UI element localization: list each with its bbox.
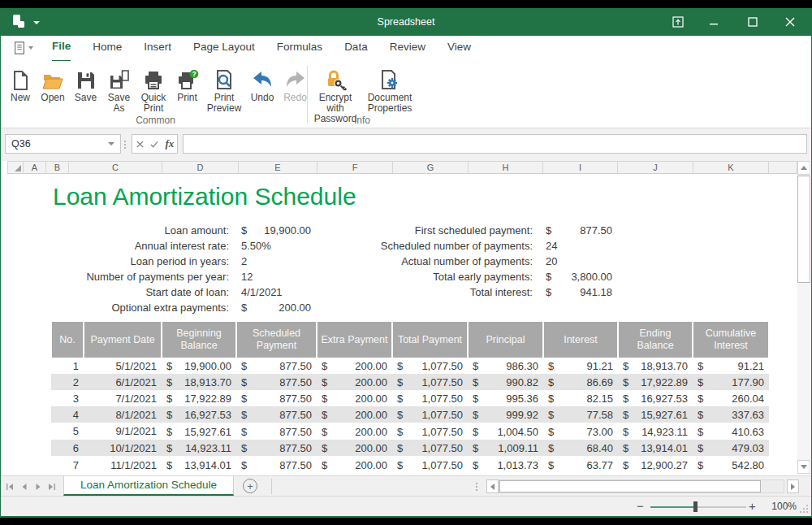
cell-ending-balance[interactable]: $16,927.53 (618, 390, 693, 406)
cell-interest[interactable]: $77.58 (543, 406, 618, 423)
info-value-left-5[interactable]: $200.00 (239, 300, 311, 315)
hscroll-left-button[interactable] (486, 479, 499, 493)
cell-total-payment[interactable]: $1,077.50 (392, 358, 468, 374)
tab-file[interactable]: File (52, 35, 71, 63)
info-label-left-3[interactable]: Number of payments per year: (25, 269, 229, 284)
cell-ending-balance[interactable]: $14,923.11 (618, 423, 693, 440)
column-header-d[interactable]: D (162, 161, 239, 174)
insert-function-button[interactable]: fx (162, 135, 177, 153)
cell-beginning-balance[interactable]: $16,927.53 (162, 406, 236, 423)
zoom-slider-thumb[interactable] (693, 501, 698, 512)
horizontal-scrollbar[interactable] (499, 479, 784, 493)
cell-no[interactable]: 6 (51, 440, 84, 456)
zoom-slider-track[interactable] (650, 506, 746, 508)
next-sheet-button[interactable] (31, 476, 45, 497)
info-label-right-2[interactable]: Actual number of payments: (358, 254, 533, 269)
cell-extra-payment[interactable]: $200.00 (317, 456, 392, 474)
cell-no[interactable]: 1 (51, 358, 84, 374)
cell-interest[interactable]: $82.15 (543, 390, 618, 406)
cell-payment-date[interactable]: 11/1/2021 (84, 456, 162, 474)
cell-principal[interactable]: $995.36 (468, 390, 543, 406)
column-header-k[interactable]: K (693, 161, 769, 174)
table-header-scheduled-payment[interactable]: Scheduled Payment (237, 322, 316, 358)
cell-interest[interactable]: $68.40 (543, 440, 618, 456)
cell-no[interactable]: 7 (51, 456, 84, 474)
cell-payment-date[interactable]: 7/1/2021 (84, 390, 162, 406)
horizontal-scroll-thumb[interactable] (499, 480, 761, 492)
add-sheet-button[interactable]: + (243, 479, 257, 493)
info-label-left-5[interactable]: Optional extra payments: (25, 300, 229, 315)
info-value-left-4[interactable]: 4/1/2021 (239, 284, 311, 300)
table-header-ending-balance[interactable]: Ending Balance (619, 322, 692, 358)
cell-ending-balance[interactable]: $13,914.01 (618, 440, 693, 456)
new-button[interactable]: New (4, 64, 37, 114)
cell-interest[interactable]: $73.00 (543, 423, 618, 440)
info-value-right-3[interactable]: $3,800.00 (543, 269, 612, 284)
cell-scheduled-payment[interactable]: $877.50 (236, 456, 317, 474)
maximize-button[interactable] (736, 8, 769, 36)
cell-interest[interactable]: $86.69 (543, 374, 618, 390)
cell-cumulative-interest[interactable]: $410.63 (693, 423, 769, 440)
table-header-total-payment[interactable]: Total Payment (393, 322, 467, 358)
sheet-tab-loan-amortization-schedule[interactable]: Loan Amortization Schedule (63, 476, 234, 496)
undo-button[interactable]: Undo (245, 64, 279, 114)
cell-total-payment[interactable]: $1,077.50 (392, 390, 468, 406)
name-box[interactable]: Q36 (5, 134, 121, 154)
column-header-j[interactable]: J (618, 161, 693, 174)
scroll-down-button[interactable] (797, 460, 810, 474)
cell-no[interactable]: 5 (51, 423, 84, 440)
quick-print-button[interactable]: Quick Print (136, 64, 171, 114)
cancel-entry-button[interactable] (132, 135, 147, 153)
save-as-button[interactable]: Save As (102, 64, 136, 114)
cell-scheduled-payment[interactable]: $877.50 (236, 423, 317, 440)
cell-total-payment[interactable]: $1,077.50 (392, 374, 468, 390)
select-all-corner[interactable] (7, 161, 24, 174)
info-value-right-4[interactable]: $941.18 (543, 284, 612, 300)
cell-extra-payment[interactable]: $200.00 (317, 423, 392, 440)
table-header-cumulative-interest[interactable]: Cumulative Interest (693, 322, 768, 358)
info-value-left-2[interactable]: 2 (239, 254, 311, 269)
fullscreen-button[interactable] (662, 8, 694, 36)
cell-principal[interactable]: $986.30 (468, 358, 543, 374)
info-label-left-4[interactable]: Start date of loan: (25, 284, 229, 300)
tab-bar-splitter[interactable] (476, 483, 477, 491)
table-header-extra-payment[interactable]: Extra Payment (317, 322, 391, 358)
cell-extra-payment[interactable]: $200.00 (317, 374, 392, 390)
open-button[interactable]: Open (37, 64, 69, 114)
print-preview-button[interactable]: Print Preview (203, 64, 245, 114)
column-header-c[interactable]: C (69, 161, 162, 174)
cell-beginning-balance[interactable]: $13,914.01 (162, 456, 236, 474)
info-value-left-1[interactable]: 5.50% (239, 238, 311, 254)
cell-beginning-balance[interactable]: $17,922.89 (162, 390, 236, 406)
info-value-right-0[interactable]: $877.50 (543, 223, 612, 238)
info-label-left-2[interactable]: Loan period in years: (25, 254, 229, 269)
cell-beginning-balance[interactable]: $18,913.70 (162, 374, 236, 390)
first-sheet-button[interactable] (3, 476, 17, 497)
cell-scheduled-payment[interactable]: $877.50 (236, 440, 317, 456)
cell-ending-balance[interactable]: $17,922.89 (618, 374, 693, 390)
resize-grip[interactable] (800, 505, 808, 513)
vertical-scroll-thumb[interactable] (797, 176, 810, 283)
cell-cumulative-interest[interactable]: $479.03 (693, 440, 769, 456)
cell-scheduled-payment[interactable]: $877.50 (236, 406, 317, 423)
last-sheet-button[interactable] (45, 476, 58, 497)
cell-cumulative-interest[interactable]: $91.21 (693, 358, 769, 374)
sheet-body[interactable]: Loan Amortization Schedule Loan amount:$… (1, 174, 797, 474)
cell-total-payment[interactable]: $1,077.50 (392, 440, 468, 456)
cell-payment-date[interactable]: 8/1/2021 (84, 406, 162, 423)
info-label-right-0[interactable]: First scheduled payment: (358, 223, 533, 238)
cell-extra-payment[interactable]: $200.00 (317, 440, 392, 456)
info-label-right-4[interactable]: Total interest: (358, 284, 533, 300)
cell-principal[interactable]: $1,009.11 (468, 440, 543, 456)
cell-payment-date[interactable]: 10/1/2021 (84, 440, 162, 456)
cell-scheduled-payment[interactable]: $877.50 (236, 390, 317, 406)
cell-extra-payment[interactable]: $200.00 (317, 358, 392, 374)
cell-cumulative-interest[interactable]: $542.80 (693, 456, 769, 474)
cell-principal[interactable]: $990.82 (468, 374, 543, 390)
info-value-left-3[interactable]: 12 (239, 269, 311, 284)
cell-principal[interactable]: $1,004.50 (468, 423, 543, 440)
cell-principal[interactable]: $999.92 (468, 406, 543, 423)
cell-no[interactable]: 3 (51, 390, 84, 406)
column-header-a[interactable]: A (24, 161, 46, 174)
tab-insert[interactable]: Insert (144, 36, 171, 61)
